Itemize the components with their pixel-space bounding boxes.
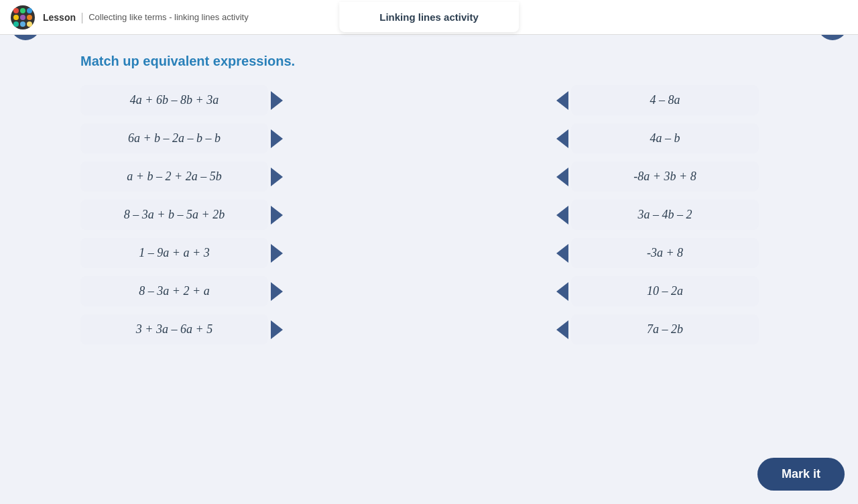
left-connector-6[interactable] bbox=[556, 282, 568, 301]
left-expression-5[interactable]: 1 – 9a + a + 3 bbox=[80, 238, 268, 268]
right-expression-4[interactable]: 3a – 4b – 2 bbox=[571, 200, 759, 230]
left-expression-2[interactable]: 6a + b – 2a – b – b bbox=[80, 123, 268, 153]
right-connector-3[interactable] bbox=[271, 168, 283, 186]
header: Lesson | Collecting like terms - linking… bbox=[0, 0, 858, 35]
list-item: 3 + 3a – 6a + 5 bbox=[80, 314, 375, 344]
app-logo[interactable] bbox=[11, 5, 35, 29]
left-connector-1[interactable] bbox=[556, 91, 568, 110]
list-item: 8 – 3a + b – 5a + 2b bbox=[80, 200, 375, 230]
left-expression-4[interactable]: 8 – 3a + b – 5a + 2b bbox=[80, 200, 268, 230]
list-item: 1 – 9a + a + 3 bbox=[80, 238, 375, 268]
right-expressions-column: 4 – 8a 4a – b -8a + 3b + 8 3a – 4b – 2 bbox=[556, 85, 778, 344]
list-item: 7a – 2b bbox=[556, 314, 778, 344]
list-item: 4a + 6b – 8b + 3a bbox=[80, 85, 375, 115]
list-item: 6a + b – 2a – b – b bbox=[80, 123, 375, 153]
left-connector-4[interactable] bbox=[556, 206, 568, 225]
list-item: 8 – 3a + 2 + a bbox=[80, 276, 375, 306]
left-expression-1[interactable]: 4a + 6b – 8b + 3a bbox=[80, 85, 268, 115]
list-item: 4 – 8a bbox=[556, 85, 778, 115]
right-connector-2[interactable] bbox=[271, 129, 283, 148]
logo-dots bbox=[13, 8, 32, 27]
left-connector-2[interactable] bbox=[556, 129, 568, 148]
right-expression-5[interactable]: -3a + 8 bbox=[571, 238, 759, 268]
right-expression-1[interactable]: 4 – 8a bbox=[571, 85, 759, 115]
right-connector-5[interactable] bbox=[271, 244, 283, 263]
mark-it-button[interactable]: Mark it bbox=[757, 458, 845, 491]
left-connector-3[interactable] bbox=[556, 168, 568, 186]
lesson-label: Lesson bbox=[43, 12, 76, 23]
right-expression-3[interactable]: -8a + 3b + 8 bbox=[571, 162, 759, 192]
right-connector-1[interactable] bbox=[271, 91, 283, 110]
list-item: a + b – 2 + 2a – 5b bbox=[80, 162, 375, 192]
left-expression-6[interactable]: 8 – 3a + 2 + a bbox=[80, 276, 268, 306]
matching-area: 4a + 6b – 8b + 3a 6a + b – 2a – b – b a … bbox=[40, 85, 818, 344]
page-title: Linking lines activity bbox=[339, 2, 519, 32]
left-expression-7[interactable]: 3 + 3a – 6a + 5 bbox=[80, 314, 268, 344]
header-divider: | bbox=[81, 11, 83, 23]
right-connector-7[interactable] bbox=[271, 320, 283, 339]
breadcrumb: Collecting like terms - linking lines ac… bbox=[88, 12, 248, 22]
list-item: 10 – 2a bbox=[556, 276, 778, 306]
right-connector-6[interactable] bbox=[271, 282, 283, 301]
right-expression-6[interactable]: 10 – 2a bbox=[571, 276, 759, 306]
left-expressions-column: 4a + 6b – 8b + 3a 6a + b – 2a – b – b a … bbox=[80, 85, 375, 344]
list-item: -8a + 3b + 8 bbox=[556, 162, 778, 192]
main-content: Match up equivalent expressions. 4a + 6b… bbox=[0, 35, 858, 358]
right-expression-7[interactable]: 7a – 2b bbox=[571, 314, 759, 344]
list-item: 3a – 4b – 2 bbox=[556, 200, 778, 230]
right-connector-4[interactable] bbox=[271, 206, 283, 225]
left-connector-5[interactable] bbox=[556, 244, 568, 263]
instruction-text: Match up equivalent expressions. bbox=[80, 54, 818, 69]
list-item: -3a + 8 bbox=[556, 238, 778, 268]
left-expression-3[interactable]: a + b – 2 + 2a – 5b bbox=[80, 162, 268, 192]
list-item: 4a – b bbox=[556, 123, 778, 153]
left-connector-7[interactable] bbox=[556, 320, 568, 339]
right-expression-2[interactable]: 4a – b bbox=[571, 123, 759, 153]
